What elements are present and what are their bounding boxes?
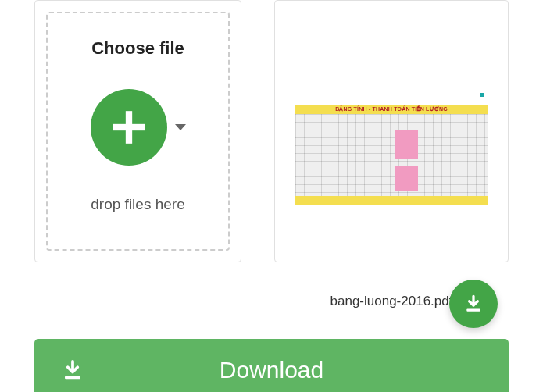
choose-file-label: Choose file xyxy=(91,38,184,59)
spreadsheet-preview: BẢNG TÍNH - THANH TOÁN TIỀN LƯƠNG xyxy=(295,88,488,205)
add-file-button[interactable] xyxy=(91,89,167,166)
drop-files-label: drop files here xyxy=(91,196,184,213)
plus-icon xyxy=(109,108,148,147)
file-panel: BẢNG TÍNH - THANH TOÁN TIỀN LƯƠNG bang-l… xyxy=(274,0,509,309)
upload-panel: Choose file drop files here xyxy=(34,0,241,262)
file-thumbnail[interactable]: BẢNG TÍNH - THANH TOÁN TIỀN LƯƠNG xyxy=(286,43,497,251)
svg-rect-3 xyxy=(65,376,80,380)
file-card-header xyxy=(286,12,497,35)
upload-dropzone[interactable]: Choose file drop files here xyxy=(46,12,230,251)
chevron-down-icon[interactable] xyxy=(175,124,186,130)
file-card: BẢNG TÍNH - THANH TOÁN TIỀN LƯƠNG xyxy=(274,0,509,262)
upload-button-group xyxy=(91,89,186,166)
svg-rect-1 xyxy=(113,124,145,130)
download-file-button[interactable] xyxy=(449,280,498,328)
download-icon xyxy=(463,294,484,314)
download-all-button[interactable]: Download xyxy=(34,339,509,392)
preview-title: BẢNG TÍNH - THANH TOÁN TIỀN LƯƠNG xyxy=(295,105,488,114)
download-icon xyxy=(61,358,84,382)
download-all-label: Download xyxy=(220,357,323,383)
svg-rect-2 xyxy=(466,309,480,312)
